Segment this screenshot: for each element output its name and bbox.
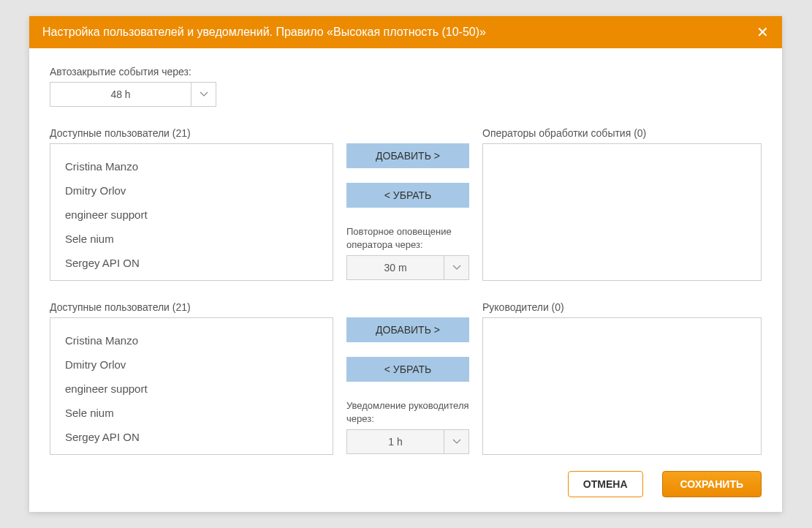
modal-footer: ОТМЕНА СОХРАНИТЬ bbox=[50, 471, 762, 497]
operators-remove-button[interactable]: < УБРАТЬ bbox=[346, 183, 469, 208]
operators-available-list[interactable]: Cristina ManzoDmitry Orlovengineer suppo… bbox=[50, 143, 333, 281]
operators-section: Доступные пользователи (21) Cristina Man… bbox=[50, 127, 762, 281]
supervisors-remove-button[interactable]: < УБРАТЬ bbox=[346, 357, 469, 382]
settings-modal: Настройка пользователей и уведомлений. П… bbox=[29, 16, 782, 512]
chevron-down-icon[interactable] bbox=[191, 83, 216, 106]
supervisors-target-label: Руководители (0) bbox=[482, 301, 762, 313]
list-item[interactable]: Cristina Manzo bbox=[65, 154, 327, 178]
supervisors-available-label: Доступные пользователи (21) bbox=[50, 301, 333, 313]
modal-header: Настройка пользователей и уведомлений. П… bbox=[29, 16, 782, 48]
list-item[interactable]: Sele nium bbox=[65, 227, 327, 251]
supervisors-target-list[interactable] bbox=[482, 317, 762, 455]
supervisors-available-list[interactable]: Cristina ManzoDmitry Orlovengineer suppo… bbox=[50, 317, 333, 455]
list-item[interactable]: Sele nium bbox=[65, 401, 327, 425]
list-item[interactable]: Sergey API ON bbox=[65, 425, 327, 449]
supervisors-notify-value: 1 h bbox=[347, 436, 444, 448]
list-item[interactable]: Sergey API ON bbox=[65, 251, 327, 275]
modal-body: Автозакрытие события через: 48 h Доступн… bbox=[29, 48, 782, 512]
list-item[interactable]: Cristina Manzo bbox=[65, 328, 327, 352]
operators-add-button[interactable]: ДОБАВИТЬ > bbox=[346, 143, 469, 168]
autoclose-label: Автозакрытие события через: bbox=[50, 66, 762, 78]
operators-target-label: Операторы обработки события (0) bbox=[482, 127, 762, 139]
operators-target-list[interactable] bbox=[482, 143, 762, 281]
operators-available-label: Доступные пользователи (21) bbox=[50, 127, 333, 139]
list-item[interactable]: engineer support bbox=[65, 377, 327, 401]
supervisors-section: Доступные пользователи (21) Cristina Man… bbox=[50, 301, 762, 455]
autoclose-select[interactable]: 48 h bbox=[50, 82, 216, 107]
list-item[interactable]: engineer support bbox=[65, 203, 327, 227]
cancel-button[interactable]: ОТМЕНА bbox=[568, 471, 643, 497]
autoclose-value: 48 h bbox=[50, 88, 191, 100]
supervisors-notify-label: Уведомление руководителя через: bbox=[346, 399, 469, 425]
save-button[interactable]: СОХРАНИТЬ bbox=[662, 471, 762, 497]
supervisors-notify-select[interactable]: 1 h bbox=[346, 429, 469, 454]
operators-repeat-label: Повторное оповещение оператора через: bbox=[346, 225, 469, 251]
chevron-down-icon[interactable] bbox=[444, 430, 468, 453]
chevron-down-icon[interactable] bbox=[444, 256, 468, 279]
list-item[interactable]: Dmitry Orlov bbox=[65, 352, 327, 377]
modal-title: Настройка пользователей и уведомлений. П… bbox=[42, 26, 486, 39]
operators-repeat-value: 30 m bbox=[347, 262, 444, 274]
close-icon[interactable]: ✕ bbox=[756, 25, 769, 39]
list-item[interactable]: Dmitry Orlov bbox=[65, 178, 327, 203]
operators-repeat-select[interactable]: 30 m bbox=[346, 255, 469, 280]
supervisors-add-button[interactable]: ДОБАВИТЬ > bbox=[346, 317, 469, 342]
